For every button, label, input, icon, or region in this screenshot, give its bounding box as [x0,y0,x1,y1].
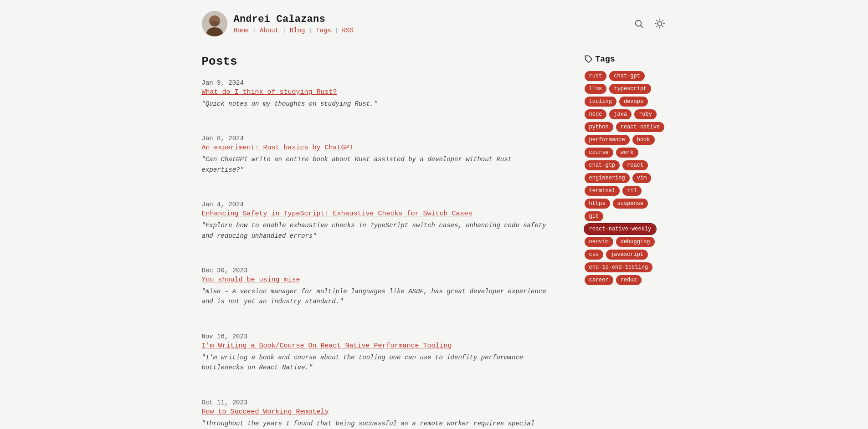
nav-link-tags[interactable]: Tags [316,27,331,34]
posts-list: Jan 9, 2024What do I think of studying R… [202,79,557,429]
tags-list: rustchat-gptllmstypescripttoolingdevopsn… [585,71,667,285]
post-item: Nov 16, 2023I'm Writing a Book/Course On… [202,333,557,373]
tag-badge-tooling[interactable]: tooling [585,97,616,107]
post-date: Oct 11, 2023 [202,399,557,406]
search-button[interactable] [632,17,646,31]
tags-icon [585,55,593,63]
main-nav: Home|About|Blog|Tags|RSS [234,27,354,34]
tag-badge-ruby[interactable]: ruby [634,109,657,119]
tag-badge-redux[interactable]: redux [616,275,642,285]
tag-badge-css[interactable]: css [585,250,604,260]
posts-column: Posts Jan 9, 2024What do I think of stud… [202,55,557,429]
post-divider [202,320,557,320]
post-divider [202,122,557,122]
svg-point-4 [211,21,219,26]
svg-line-11 [662,26,663,27]
nav-separator: | [252,27,256,34]
post-excerpt: "Throughout the years I found that being… [202,419,557,429]
post-divider [202,254,557,254]
post-item: Jan 4, 2024Enhancing Safety in TypeScrip… [202,201,557,241]
post-date: Jan 8, 2024 [202,135,557,142]
tag-badge-chat-gpt[interactable]: chat-gpt [609,71,645,81]
tag-badge-java[interactable]: java [609,109,632,119]
nav-link-home[interactable]: Home [234,27,249,34]
post-excerpt: "Quick notes on my thoughts on studying … [202,99,557,109]
tag-badge-terminal[interactable]: terminal [585,186,620,196]
tag-badge-react[interactable]: react [622,160,648,170]
post-title[interactable]: You should be using mise [202,276,300,284]
tag-badge-vim[interactable]: vim [632,173,652,183]
post-divider [202,188,557,188]
post-item: Jan 8, 2024An experiment: Rust basics by… [202,135,557,175]
post-item: Oct 11, 2023How to Succeed Working Remot… [202,399,557,429]
post-title[interactable]: How to Succeed Working Remotely [202,408,329,416]
tag-badge-git[interactable]: git [585,211,604,221]
tag-badge-book[interactable]: book [632,135,655,145]
post-title[interactable]: An experiment: Rust basics by ChatGPT [202,144,354,152]
tag-badge-node[interactable]: node [585,109,607,119]
tag-badge-engineering[interactable]: engineering [585,173,630,183]
post-excerpt: "Can ChatGPT write an entire book about … [202,154,557,175]
nav-link-blog[interactable]: Blog [290,27,305,34]
post-excerpt: "mise – A version manager for multiple l… [202,286,557,307]
svg-line-10 [656,20,657,21]
tag-badge-typescript[interactable]: typescript [609,84,651,94]
tag-badge-react-native[interactable]: react-native [616,122,664,132]
tag-badge-course[interactable]: course [585,148,613,158]
post-excerpt: "I'm writing a book and course about the… [202,352,557,373]
tag-badge-python[interactable]: python [585,122,613,132]
post-date: Nov 16, 2023 [202,333,557,340]
nav-separator: | [308,27,312,34]
post-title[interactable]: What do I think of studying Rust? [202,88,337,96]
tags-column: Tags rustchat-gptllmstypescripttoolingde… [585,55,667,429]
nav-separator: | [335,27,339,34]
tag-badge-neovim[interactable]: neovim [585,237,613,247]
posts-heading: Posts [202,55,557,68]
post-excerpt: "Explore how to enable exhaustive checks… [202,220,557,241]
tag-badge-devops[interactable]: devops [619,97,648,107]
tags-heading: Tags [585,55,667,64]
nav-separator: | [282,27,286,34]
post-date: Jan 9, 2024 [202,79,557,87]
tag-badge-chat-gtp[interactable]: chat-gtp [585,160,620,170]
tag-badge-performance[interactable]: performance [585,135,630,145]
tag-badge-https[interactable]: https [585,199,610,209]
post-item: Dec 30, 2023You should be using mise"mis… [202,267,557,307]
tag-badge-javascript[interactable]: javascript [606,250,648,260]
tag-badge-suspense[interactable]: suspense [613,199,648,209]
tag-badge-work[interactable]: work [616,148,638,158]
avatar [202,11,227,36]
svg-line-15 [662,20,663,21]
tag-badge-rust[interactable]: rust [585,71,607,81]
svg-line-6 [641,26,643,28]
post-item: Jan 9, 2024What do I think of studying R… [202,79,557,109]
tag-badge-react-native-weekly[interactable]: react-native-weekly [585,224,656,234]
tag-badge-career[interactable]: career [585,275,613,285]
post-date: Jan 4, 2024 [202,201,557,208]
tag-badge-end-to-end-testing[interactable]: end-to-end-testing [585,262,653,272]
tag-badge-llms[interactable]: llms [585,84,607,94]
svg-point-7 [657,21,662,26]
post-title[interactable]: I'm Writing a Book/Course On React Nativ… [202,342,452,350]
theme-toggle-button[interactable] [653,17,667,31]
post-date: Dec 30, 2023 [202,267,557,274]
post-divider [202,386,557,386]
tag-badge-debugging[interactable]: debugging [616,237,655,247]
site-title: Andrei Calazans [234,14,354,25]
nav-link-rss[interactable]: RSS [342,27,354,34]
post-title[interactable]: Enhancing Safety in TypeScript: Exhausti… [202,210,473,218]
nav-link-about[interactable]: About [260,27,279,34]
svg-line-14 [656,26,657,27]
tag-badge-til[interactable]: til [622,186,642,196]
